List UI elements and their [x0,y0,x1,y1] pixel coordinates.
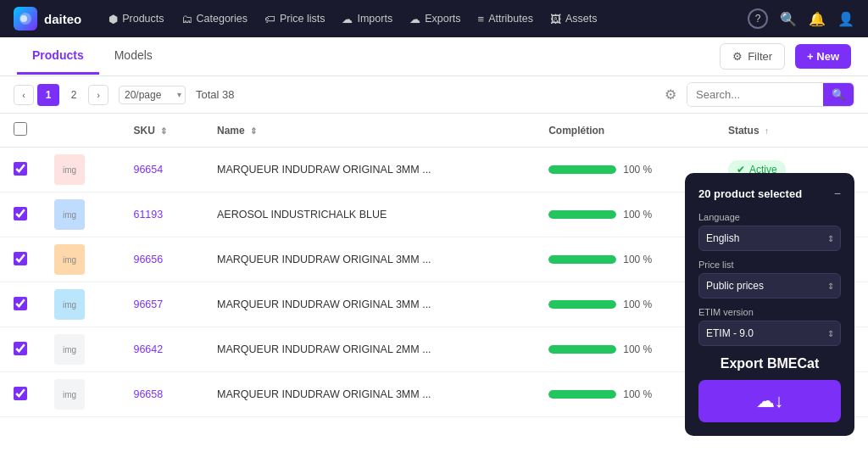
nav-attributes[interactable]: ≡ Attributes [478,13,533,25]
help-button[interactable]: ? [748,8,768,29]
status-sort-icon: ↑ [765,126,769,136]
row-name-cell: MARQUEUR INDUDRAW ORIGINAL 3MM ... [203,237,535,282]
select-all-checkbox[interactable] [14,122,27,136]
completion-fill [548,210,616,219]
name-header[interactable]: Name ⇕ [203,114,535,148]
completion-fill [548,390,616,399]
filter-button[interactable]: ⚙ Filter [720,43,785,70]
products-icon: ⬢ [108,13,118,25]
settings-icon[interactable]: ⚙ [665,86,676,103]
sku-link[interactable]: 96658 [133,388,163,400]
product-name: AEROSOL INDUSTRICHALK BLUE [217,209,387,220]
next-page-button[interactable]: › [88,85,108,105]
thumb-header [41,114,120,148]
notifications-icon[interactable]: 🔔 [809,11,826,27]
row-thumbnail-cell: img [41,193,120,237]
nav-products[interactable]: ⬢ Products [108,13,164,25]
new-button[interactable]: + New [795,44,851,69]
nav-assets[interactable]: 🖼 Assets [550,13,598,25]
page-1-button[interactable]: 1 [37,84,59,106]
select-all-header[interactable] [0,114,41,148]
logo[interactable]: daiteo [14,7,81,31]
app-name: daiteo [44,12,81,26]
total-count: Total 38 [196,88,235,101]
etim-label: ETIM version [698,307,841,317]
download-icon: ☁↓ [756,390,784,412]
search-nav-icon[interactable]: 🔍 [780,11,797,27]
completion-bar-wrapper: 100 % [548,209,701,220]
table-header-row: SKU ⇕ Name ⇕ Complétion Status ↑ [0,114,868,148]
row-thumbnail-cell: img [41,148,120,193]
per-page-selector[interactable]: 20/page 50/page 100/page ▾ [119,86,186,104]
sku-link[interactable]: 96656 [133,254,163,265]
tab-models[interactable]: Models [99,38,168,75]
completion-bar [548,390,616,399]
close-panel-button[interactable]: − [834,187,841,200]
export-bmecat-title: Export BMECat [698,356,841,371]
per-page-select[interactable]: 20/page 50/page 100/page [119,86,186,104]
prev-page-button[interactable]: ‹ [14,85,34,105]
tab-products[interactable]: Products [17,38,99,75]
row-checkbox-cell [0,327,41,372]
completion-percent: 100 % [623,299,652,310]
row-checkbox[interactable] [14,342,27,355]
product-thumbnail: img [54,379,85,410]
sku-link[interactable]: 96654 [133,164,163,176]
completion-bar-wrapper: 100 % [548,164,701,176]
user-profile-icon[interactable]: 👤 [837,11,854,27]
row-checkbox[interactable] [14,387,27,400]
sku-header[interactable]: SKU ⇕ [120,114,203,148]
language-label: Language [698,212,841,222]
nav-pricelists[interactable]: 🏷 Price lists [264,13,325,25]
row-checkbox[interactable] [14,297,27,310]
product-name: MARQUEUR INDUDRAW ORIGINAL 3MM ... [217,388,431,400]
row-checkbox-cell [0,148,41,193]
sku-link[interactable]: 96642 [133,343,163,355]
completion-fill [548,255,616,264]
completion-bar [548,165,616,174]
sku-link[interactable]: 61193 [133,209,163,220]
nav-exports[interactable]: ☁ Exports [409,13,460,25]
completion-bar-wrapper: 100 % [548,388,701,400]
row-sku-cell: 96642 [120,327,203,372]
row-name-cell: MARQUEUR INDUDRAW ORIGINAL 3MM ... [203,148,535,193]
language-select[interactable]: English French German Spanish [698,226,841,251]
sub-nav-actions: ⚙ Filter + New [720,43,851,70]
search-input[interactable] [687,83,823,106]
completion-header[interactable]: Complétion [535,114,715,148]
imports-icon: ☁ [342,13,353,25]
export-panel-header: 20 product selected − [698,187,841,200]
status-header[interactable]: Status ↑ [715,114,831,148]
product-name: MARQUEUR INDUDRAW ORIGINAL 3MM ... [217,299,431,310]
completion-fill [548,165,616,174]
row-name-cell: MARQUEUR INDUDRAW ORIGINAL 2MM ... [203,327,535,372]
row-checkbox[interactable] [14,207,27,220]
completion-bar [548,255,616,264]
nav-imports[interactable]: ☁ Imports [342,13,392,25]
nav-right: ? 🔍 🔔 👤 [748,8,854,29]
etim-select[interactable]: ETIM - 9.0 ETIM - 8.0 ETIM - 7.0 [698,321,841,346]
export-panel: 20 product selected − Language English F… [685,173,854,436]
assets-icon: 🖼 [550,13,561,25]
completion-fill [548,345,616,354]
row-checkbox[interactable] [14,252,27,265]
actions-header [831,114,868,148]
sku-link[interactable]: 96657 [133,299,163,310]
main-content: Products Models ⚙ Filter + New ‹ 1 2 › 2 [0,37,868,452]
sub-tabs: Products Models [17,38,168,75]
toolbar: ‹ 1 2 › 20/page 50/page 100/page ▾ Total… [0,76,868,114]
row-checkbox[interactable] [14,162,27,176]
row-sku-cell: 61193 [120,193,203,237]
pricelist-label: Price list [698,259,841,270]
export-download-button[interactable]: ☁↓ [698,380,841,422]
row-thumbnail-cell: img [41,327,120,372]
pricelist-field: Price list Public prices Wholesale price… [698,259,841,299]
page-2-button[interactable]: 2 [63,84,85,106]
pricelist-select[interactable]: Public prices Wholesale prices [698,273,841,299]
completion-bar [548,300,616,309]
nav-categories[interactable]: 🗂 Categories [181,13,248,25]
completion-fill [548,300,616,309]
completion-percent: 100 % [623,343,652,355]
search-button[interactable]: 🔍 [823,83,854,106]
row-thumbnail-cell: img [41,372,120,417]
